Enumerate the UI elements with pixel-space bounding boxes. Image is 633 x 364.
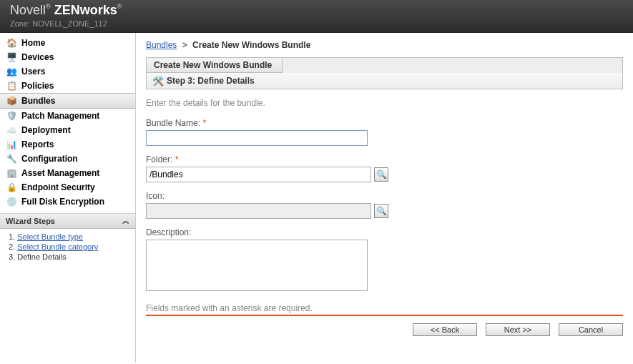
reg-mark-2: ® bbox=[117, 3, 122, 10]
brand: Novell® ZENworks® bbox=[10, 3, 623, 18]
search-icon: 🔍 bbox=[376, 169, 387, 179]
bundle-name-field: Bundle Name: * bbox=[146, 118, 623, 146]
patch-management-icon: 🛡️ bbox=[6, 110, 17, 122]
button-bar: << Back Next >> Cancel bbox=[146, 315, 623, 343]
brand-product: ZENworks bbox=[54, 3, 117, 17]
breadcrumb: Bundles > Create New Windows Bundle bbox=[146, 40, 623, 50]
required-footnote: Fields marked with an asterisk are requi… bbox=[146, 303, 623, 313]
sidebar-item-patch-management[interactable]: 🛡️Patch Management bbox=[0, 109, 135, 123]
bundles-icon: 📦 bbox=[6, 95, 17, 107]
tools-icon: 🛠️ bbox=[152, 75, 164, 87]
sidebar-item-label: Configuration bbox=[21, 154, 78, 164]
next-button[interactable]: Next >> bbox=[486, 323, 550, 336]
panel-header: Create New Windows Bundle 🛠️ Step 3: Def… bbox=[146, 57, 623, 89]
icon-label: Icon: bbox=[146, 191, 623, 201]
zone-line: Zone: NOVELL_ZONE_112 bbox=[10, 19, 623, 28]
sidebar-item-label: Patch Management bbox=[21, 111, 99, 121]
sidebar-item-asset-management[interactable]: 🏢Asset Management bbox=[0, 166, 135, 180]
step-text: Step 3: Define Details bbox=[167, 76, 255, 86]
main-container: 🏠Home🖥️Devices👥Users📋Policies📦Bundles🛡️P… bbox=[0, 33, 633, 363]
wizard-step-2: Select Bundle category bbox=[9, 242, 128, 252]
wizard-step-current: Define Details bbox=[17, 252, 66, 261]
wizard-step-1: Select Bundle type bbox=[9, 232, 128, 242]
bundle-name-input[interactable] bbox=[146, 130, 368, 146]
reports-icon: 📊 bbox=[6, 139, 17, 150]
asset-management-icon: 🏢 bbox=[6, 167, 17, 179]
sidebar-item-label: Asset Management bbox=[21, 168, 99, 178]
configuration-icon: 🔧 bbox=[6, 153, 17, 164]
users-icon: 👥 bbox=[6, 66, 17, 77]
deployment-icon: ☁️ bbox=[6, 124, 17, 136]
brand-company: Novell bbox=[10, 3, 46, 17]
sidebar: 🏠Home🖥️Devices👥Users📋Policies📦Bundles🛡️P… bbox=[0, 33, 136, 363]
cancel-button[interactable]: Cancel bbox=[559, 323, 623, 336]
search-icon-2: 🔍 bbox=[376, 206, 387, 216]
full-disk-encryption-icon: 💿 bbox=[6, 196, 17, 207]
app-header: Novell® ZENworks® Zone: NOVELL_ZONE_112 bbox=[0, 0, 633, 33]
sidebar-item-label: Full Disk Encryption bbox=[21, 197, 104, 207]
wizard-step-3: Define Details bbox=[9, 252, 128, 262]
wizard-step-link[interactable]: Select Bundle category bbox=[17, 242, 98, 251]
description-field: Description: bbox=[146, 227, 623, 293]
wizard-steps-list: Select Bundle typeSelect Bundle category… bbox=[0, 229, 135, 265]
sidebar-item-label: Endpoint Security bbox=[21, 182, 95, 192]
back-button[interactable]: << Back bbox=[413, 323, 477, 336]
required-asterisk-2: * bbox=[175, 154, 179, 164]
sidebar-item-configuration[interactable]: 🔧Configuration bbox=[0, 152, 135, 166]
wizard-steps-title: Wizard Steps bbox=[6, 217, 55, 225]
folder-field: Folder: * 🔍 bbox=[146, 154, 623, 182]
policies-icon: 📋 bbox=[6, 80, 17, 92]
instruction-text: Enter the details for the bundle. bbox=[146, 98, 623, 108]
sidebar-item-label: Devices bbox=[21, 52, 54, 62]
sidebar-item-full-disk-encryption[interactable]: 💿Full Disk Encryption bbox=[0, 195, 135, 209]
sidebar-item-policies[interactable]: 📋Policies bbox=[0, 79, 135, 93]
zone-label: Zone: bbox=[10, 19, 30, 28]
sidebar-item-home[interactable]: 🏠Home bbox=[0, 36, 135, 50]
required-asterisk: * bbox=[202, 118, 206, 128]
endpoint-security-icon: 🔒 bbox=[6, 182, 17, 193]
panel-title-row: Create New Windows Bundle bbox=[147, 58, 622, 73]
sidebar-item-label: Deployment bbox=[21, 125, 71, 135]
description-textarea[interactable] bbox=[146, 240, 368, 291]
zone-name: NOVELL_ZONE_112 bbox=[32, 19, 107, 28]
bundle-name-label: Bundle Name: * bbox=[146, 118, 623, 128]
sidebar-item-label: Bundles bbox=[21, 96, 55, 106]
sidebar-item-label: Reports bbox=[21, 139, 54, 149]
devices-icon: 🖥️ bbox=[6, 51, 17, 63]
wizard-step-link[interactable]: Select Bundle type bbox=[17, 232, 83, 241]
sidebar-item-endpoint-security[interactable]: 🔒Endpoint Security bbox=[0, 180, 135, 195]
sidebar-item-bundles[interactable]: 📦Bundles bbox=[0, 93, 135, 109]
description-label: Description: bbox=[146, 227, 623, 237]
sidebar-item-label: Home bbox=[21, 38, 45, 48]
step-row: 🛠️ Step 3: Define Details bbox=[147, 73, 622, 89]
reg-mark: ® bbox=[46, 3, 51, 10]
folder-browse-button[interactable]: 🔍 bbox=[374, 167, 388, 182]
folder-input[interactable] bbox=[146, 167, 371, 182]
icon-input[interactable] bbox=[146, 203, 371, 219]
home-icon: 🏠 bbox=[6, 37, 17, 49]
collapse-chevron-icon[interactable]: ︽ bbox=[122, 216, 129, 226]
sidebar-item-reports[interactable]: 📊Reports bbox=[0, 137, 135, 152]
content-area: Bundles > Create New Windows Bundle Crea… bbox=[136, 33, 633, 363]
sidebar-item-label: Users bbox=[21, 67, 45, 77]
folder-label: Folder: * bbox=[146, 154, 623, 164]
sidebar-item-label: Policies bbox=[21, 81, 54, 91]
breadcrumb-current: Create New Windows Bundle bbox=[192, 40, 310, 50]
panel-title: Create New Windows Bundle bbox=[147, 58, 283, 73]
breadcrumb-root[interactable]: Bundles bbox=[146, 40, 177, 50]
icon-browse-button[interactable]: 🔍 bbox=[374, 204, 388, 218]
sidebar-item-devices[interactable]: 🖥️Devices bbox=[0, 50, 135, 64]
icon-field: Icon: 🔍 bbox=[146, 191, 623, 219]
wizard-steps-header[interactable]: Wizard Steps ︽ bbox=[0, 213, 135, 229]
nav-list: 🏠Home🖥️Devices👥Users📋Policies📦Bundles🛡️P… bbox=[0, 33, 135, 213]
sidebar-item-deployment[interactable]: ☁️Deployment bbox=[0, 123, 135, 137]
breadcrumb-separator: > bbox=[182, 40, 187, 50]
sidebar-item-users[interactable]: 👥Users bbox=[0, 64, 135, 79]
